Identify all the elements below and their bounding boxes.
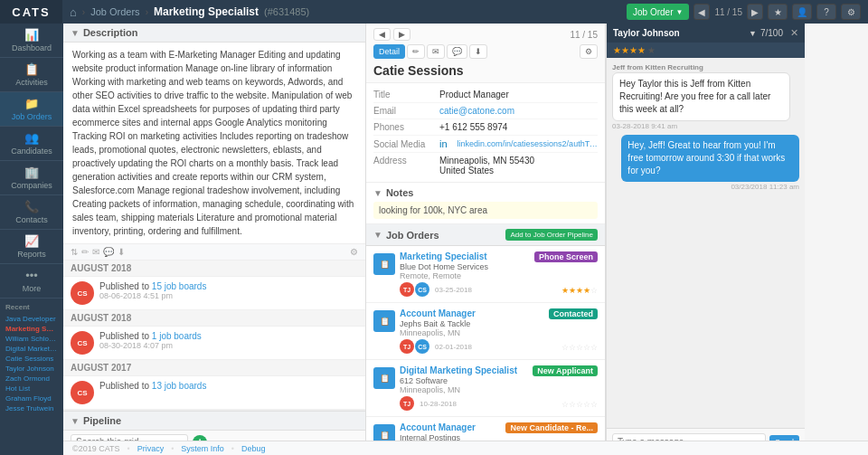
job-order-location-1: Minneapolis, MN (400, 328, 598, 337)
sidebar-item-more[interactable]: ••• More (0, 264, 63, 299)
job-avatar-0-1: CS (415, 282, 429, 297)
sidebar-item-contacts[interactable]: 📞 Contacts (0, 195, 63, 230)
description-header[interactable]: ▼ Description (63, 24, 365, 43)
job-order-title-3[interactable]: Account Manager (400, 422, 476, 432)
sidebar-item-dashboard[interactable]: 📊 Dashboard (0, 24, 63, 58)
pipeline-chevron: ▼ (71, 416, 80, 426)
job-order-icon-0: 📋 (373, 253, 395, 275)
month-label-aug17: AUGUST 2017 (63, 360, 365, 376)
job-orders-title: Job Orders (386, 230, 439, 241)
chat-msg-outgoing: Hey, Jeff! Great to hear from you! I'm f… (621, 135, 799, 191)
notes-title: Notes (386, 187, 414, 198)
star-icon-btn[interactable]: ★ (768, 4, 788, 20)
chat-dropdown-icon[interactable]: ▼ (749, 29, 757, 38)
notes-section: ▼ Notes looking for 100k, NYC area (366, 183, 605, 224)
job-order-card: 📋 Marketing Specialist Phone Screen Blue… (366, 246, 605, 303)
job-order-icon-2: 📋 (373, 367, 395, 389)
month-label-aug18-2: AUGUST 2018 (63, 310, 365, 327)
recent-item-marketing[interactable]: Marketing Specialist (4, 324, 60, 334)
job-status-0: Phone Screen (534, 251, 598, 262)
pipeline-header[interactable]: ▼ Pipeline (63, 411, 365, 431)
job-order-title-2[interactable]: Digital Marketing Specialist (400, 365, 517, 375)
profile-name: Catie Sessions (373, 63, 598, 78)
job-order-company-0: Blue Dot Home Services (400, 262, 598, 271)
settings-icon-btn[interactable]: ⚙ (841, 4, 861, 20)
profile-tool-email[interactable]: ✉ (427, 44, 445, 59)
recent-item-java[interactable]: Java Developer (4, 314, 60, 324)
pipeline-title: Pipeline (83, 415, 121, 426)
activity-avatar-2: CS (71, 331, 94, 355)
activity-item-1: CS Published to 15 job boards 08-06-2018… (63, 277, 365, 310)
recent-item-william[interactable]: William Schlosser (4, 334, 60, 344)
recent-item-hotlist[interactable]: Hot List (4, 384, 60, 393)
profile-tool-edit[interactable]: ✏ (407, 44, 425, 59)
pencil-icon[interactable]: ✏ (81, 247, 89, 257)
page-title: Marketing Specialist (154, 5, 259, 18)
nav-job-orders[interactable]: Job Orders (90, 6, 139, 17)
sidebar-item-candidates[interactable]: 👥 Candidates (0, 127, 63, 161)
desc-chevron: ▼ (71, 28, 80, 38)
recent-item-graham[interactable]: Graham Floyd (4, 393, 60, 403)
job-avatar-2-0: TJ (400, 396, 414, 411)
sort-icon[interactable]: ⇅ (71, 247, 78, 257)
page-id: (#631485) (264, 6, 309, 17)
chat-name: Taylor Johnson (613, 28, 745, 38)
description-text: Working as a team with E-Marketing Manag… (63, 43, 365, 244)
nav-separator: › (82, 7, 85, 17)
activity-avatar-1: CS (71, 281, 94, 305)
chat-body: Jeff from Kitten Recruiting Hey Taylor t… (607, 58, 805, 428)
recent-item-zach[interactable]: Zach Ormond (4, 374, 60, 384)
month-label-aug18-1: AUGUST 2018 (63, 261, 365, 277)
job-order-location-2: Minneapolis, MN (400, 385, 598, 394)
job-order-company-1: Jephs Bait & Tackle (400, 319, 598, 328)
profile-tool-detail[interactable]: Detail (373, 44, 405, 59)
home-icon[interactable]: ⌂ (70, 5, 77, 19)
profile-tool-download[interactable]: ⬇ (469, 44, 487, 59)
nav-separator2: › (146, 7, 148, 17)
activity-avatar-3: CS (71, 381, 94, 404)
recent-item-digital[interactable]: Digital Marketing ... (4, 344, 60, 354)
system-info-link[interactable]: System Info (181, 444, 224, 453)
job-status-1: Contacted (549, 308, 598, 319)
activity-item-2: CS Published to 1 job boards 08-30-2018 … (63, 327, 365, 360)
sidebar-item-job-orders[interactable]: 📁 Job Orders (0, 92, 63, 127)
profile-next-btn[interactable]: ▶ (393, 28, 410, 41)
job-order-company-2: 612 Software (400, 376, 598, 385)
user-icon-btn[interactable]: 👤 (792, 4, 812, 20)
counter: 11 / 15 (714, 7, 742, 17)
privacy-link[interactable]: Privacy (137, 444, 165, 453)
chat-close-icon[interactable]: ✕ (790, 27, 798, 39)
nav-next-btn[interactable]: ▶ (747, 4, 763, 20)
debug-link[interactable]: Debug (241, 444, 266, 453)
job-status-2: New Applicant (533, 365, 598, 376)
job-orders-section-header[interactable]: ▼ Job Orders Add to Job Order Pipeline (366, 224, 605, 246)
nav-prev-btn[interactable]: ◀ (693, 4, 710, 20)
chat-msg-incoming: Jeff from Kitten Recruiting Hey Taylor t… (612, 63, 790, 130)
sidebar-item-companies[interactable]: 🏢 Companies (0, 161, 63, 195)
recent-label: Recent (4, 303, 60, 311)
sms-icon[interactable]: 💬 (103, 247, 114, 257)
profile-prev-btn[interactable]: ◀ (373, 28, 391, 41)
profile-tool-more[interactable]: ⚙ (580, 44, 598, 59)
job-order-title-0[interactable]: Marketing Specialist (400, 251, 487, 261)
add-to-pipeline-btn[interactable]: Add to Job Order Pipeline (505, 229, 598, 241)
download-icon[interactable]: ⬇ (118, 247, 125, 257)
job-order-location-0: Remote, Remote (400, 271, 598, 280)
field-social: Social Media in linkedin.com/in/catieses… (373, 136, 598, 153)
more-icon[interactable]: ⚙ (350, 247, 358, 257)
sidebar-item-reports[interactable]: 📈 Reports (0, 230, 63, 264)
profile-counter: 11 / 15 (570, 30, 598, 40)
job-order-icon-1: 📋 (373, 310, 395, 332)
field-address: Address Minneapolis, MN 55430 United Sta… (373, 153, 598, 178)
recent-item-taylor[interactable]: Taylor Johnson (4, 364, 60, 374)
email-icon[interactable]: ✉ (92, 247, 99, 257)
job-status-3: New Candidate - Re... (505, 422, 598, 433)
chat-header: Taylor Johnson ▼ 7/100 ✕ (607, 24, 805, 43)
recent-item-jesse[interactable]: Jesse Trutwein (4, 403, 60, 413)
sidebar-item-activities[interactable]: 📋 Activities (0, 58, 63, 92)
job-order-button[interactable]: Job Order ▼ (627, 4, 689, 20)
recent-item-catie[interactable]: Catie Sessions (4, 354, 60, 364)
help-icon-btn[interactable]: ? (816, 4, 836, 20)
job-order-title-1[interactable]: Account Manager (400, 308, 476, 318)
profile-tool-sms[interactable]: 💬 (447, 44, 467, 59)
